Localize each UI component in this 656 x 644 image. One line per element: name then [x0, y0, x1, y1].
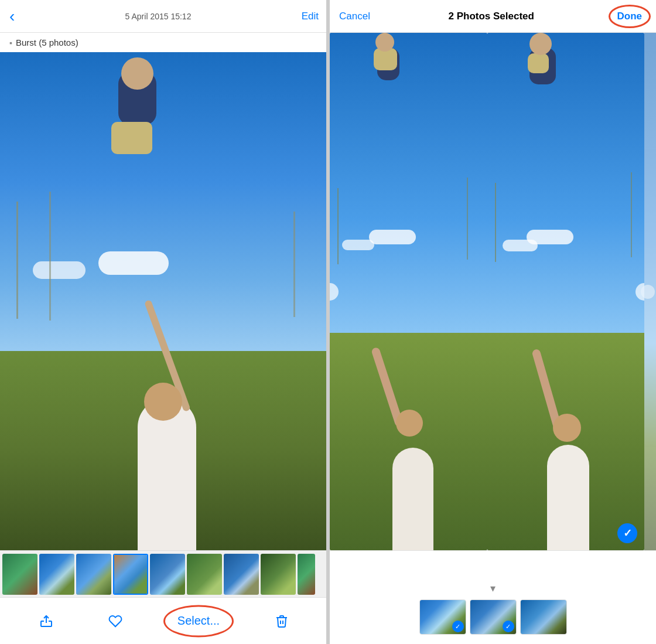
date-time: 5 April 2015 15:12 — [125, 12, 192, 21]
trash-icon — [275, 614, 289, 628]
thumb-2[interactable] — [39, 554, 74, 595]
right-panel: Cancel 2 Photos Selected Done — [330, 0, 656, 644]
favorite-button[interactable] — [108, 614, 122, 628]
burst-thumb-1-check: ✓ — [452, 621, 464, 632]
main-photo-area — [0, 52, 328, 550]
burst-photo-2[interactable]: ✓ — [487, 33, 645, 550]
main-photo — [0, 52, 328, 550]
right-main-area: ✓ — [330, 33, 656, 550]
burst-photo-2-inner — [487, 33, 645, 550]
right-header: Cancel 2 Photos Selected Done — [330, 0, 656, 33]
share-button[interactable] — [39, 614, 53, 628]
bp1-sky — [330, 33, 487, 343]
thumb-3-img — [76, 554, 111, 595]
thumb-6-img — [187, 554, 222, 595]
burst-thumb-2[interactable]: ✓ — [470, 599, 517, 635]
back-button[interactable]: ‹ — [9, 7, 15, 26]
burst-photo-1[interactable] — [330, 33, 487, 550]
arrow-indicator: ▾ — [490, 582, 496, 595]
thumb-5-img — [150, 554, 185, 595]
thumb-7-img — [224, 554, 259, 595]
thumb-9-img — [298, 554, 315, 595]
person-head — [144, 383, 182, 421]
cloud2 — [33, 261, 86, 279]
thumbnail-strip — [0, 550, 328, 597]
thumb-1-img — [2, 554, 37, 595]
burst-thumb-2-check: ✓ — [503, 621, 514, 632]
burst-thumb-1[interactable]: ✓ — [419, 599, 466, 635]
child-legs — [111, 122, 152, 154]
bottom-toolbar-left: Select... — [0, 597, 328, 644]
left-panel: ‹ 5 April 2015 15:12 Edit ▪ Burst (5 pho… — [0, 0, 328, 644]
share-icon — [39, 614, 53, 628]
selected-count: 2 Photos Selected — [448, 11, 534, 22]
thumb-5[interactable] — [150, 554, 185, 595]
thumb-6[interactable] — [187, 554, 222, 595]
burst-photo-1-inner — [330, 33, 487, 550]
thumb-4-img — [114, 555, 147, 594]
selected-check-badge: ✓ — [617, 523, 637, 543]
select-button[interactable]: Select... — [177, 614, 220, 628]
burst-photo-3-partial — [644, 33, 656, 550]
thumb-8-img — [261, 554, 296, 595]
thumb-7[interactable] — [224, 554, 259, 595]
thumb-8[interactable] — [261, 554, 296, 595]
burst-label-row: ▪ Burst (5 photos) — [0, 33, 328, 52]
thumb-1[interactable] — [2, 554, 37, 595]
cancel-button[interactable]: Cancel — [339, 11, 370, 22]
clouds — [98, 251, 169, 275]
bp2-sky — [487, 33, 645, 343]
burst-label-text: Burst (5 photos) — [16, 38, 78, 47]
bp1-clouds — [369, 230, 416, 244]
person-body — [138, 398, 196, 550]
select-label[interactable]: Select... — [177, 614, 220, 628]
tree1 — [16, 202, 18, 319]
thumb-4-selected[interactable] — [113, 554, 148, 595]
done-button-wrapper: Done — [612, 11, 647, 22]
heart-icon — [108, 614, 122, 628]
right-bottom: ▾ ✓ ✓ — [330, 550, 656, 644]
delete-button[interactable] — [275, 614, 289, 628]
edit-button[interactable]: Edit — [302, 11, 319, 22]
child-head — [121, 57, 153, 90]
tree2 — [49, 192, 51, 321]
tree3 — [293, 212, 295, 317]
burst-icon: ▪ — [9, 38, 12, 47]
burst-thumbs-row: ✓ ✓ — [419, 599, 567, 635]
thumb-9-partial[interactable] — [298, 554, 315, 595]
thumb-2-img — [39, 554, 74, 595]
thumb-3[interactable] — [76, 554, 111, 595]
done-button[interactable]: Done — [612, 8, 647, 24]
bp1-child-head — [375, 33, 394, 52]
burst-thumb-3[interactable] — [520, 599, 567, 635]
left-header: ‹ 5 April 2015 15:12 Edit — [0, 0, 328, 33]
